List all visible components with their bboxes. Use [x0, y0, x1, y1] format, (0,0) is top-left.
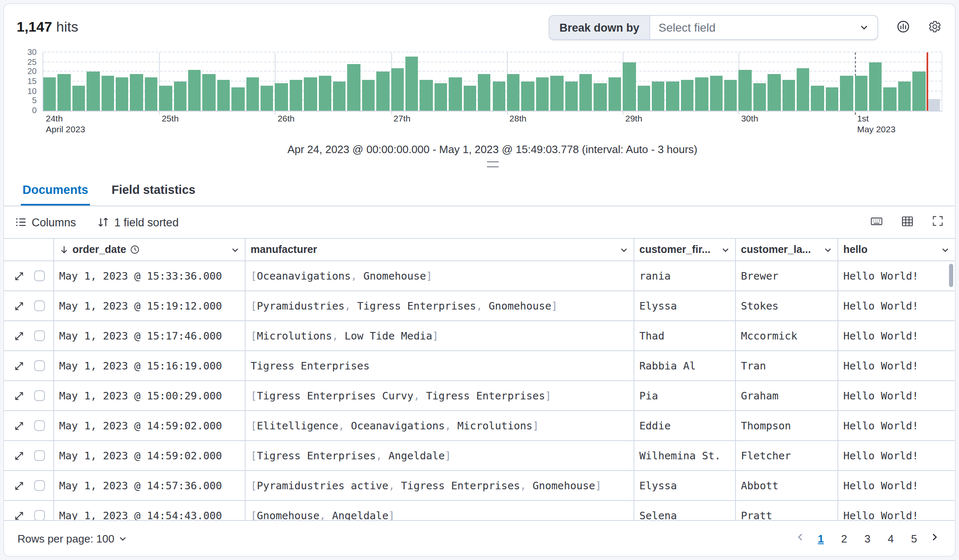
histogram-bar[interactable] — [768, 74, 780, 111]
chevron-down-icon[interactable] — [823, 245, 832, 254]
select-row-checkbox[interactable] — [34, 360, 45, 371]
histogram-bar[interactable] — [536, 78, 549, 111]
select-row-checkbox[interactable] — [34, 480, 45, 491]
histogram-bar[interactable] — [826, 87, 839, 111]
page-5-button[interactable]: 5 — [904, 528, 924, 548]
histogram-bar[interactable] — [710, 76, 723, 111]
tab-field-statistics[interactable]: Field statistics — [110, 174, 197, 206]
select-row-checkbox[interactable] — [34, 420, 45, 431]
page-4-button[interactable]: 4 — [881, 528, 901, 548]
histogram-bar[interactable] — [116, 78, 129, 111]
histogram-bar[interactable] — [318, 76, 331, 111]
histogram-bar[interactable] — [550, 76, 563, 111]
header-customer-first-name[interactable]: customer_fir... — [634, 239, 736, 260]
histogram-bar[interactable] — [58, 74, 71, 111]
next-page-button[interactable] — [927, 532, 942, 545]
expand-row-button[interactable] — [14, 331, 24, 341]
histogram-bar[interactable] — [695, 78, 708, 111]
histogram-bar[interactable] — [594, 84, 607, 111]
histogram-bar[interactable] — [101, 76, 114, 111]
histogram-bar[interactable] — [449, 78, 462, 111]
select-row-checkbox[interactable] — [34, 270, 45, 281]
histogram-bar[interactable] — [405, 56, 418, 111]
histogram-bar[interactable] — [478, 74, 491, 111]
histogram-bar[interactable] — [884, 87, 897, 111]
header-hello[interactable]: hello — [838, 239, 955, 260]
histogram-bar[interactable] — [261, 85, 273, 111]
histogram-bar[interactable] — [72, 85, 85, 111]
expand-row-button[interactable] — [14, 510, 24, 520]
display-options-button[interactable] — [901, 214, 914, 230]
histogram-bar[interactable] — [869, 62, 882, 111]
histogram-bar[interactable] — [507, 74, 520, 111]
histogram-bar[interactable] — [231, 87, 244, 111]
chart-settings-button[interactable] — [928, 20, 942, 35]
tab-documents[interactable]: Documents — [21, 174, 90, 206]
page-3-button[interactable]: 3 — [857, 528, 877, 548]
histogram-bar[interactable] — [840, 76, 853, 111]
histogram-bar[interactable] — [608, 78, 621, 111]
histogram-bar[interactable] — [304, 78, 317, 111]
histogram-bar[interactable] — [681, 79, 693, 111]
sort-fields-button[interactable]: 1 field sorted — [98, 216, 179, 228]
histogram-bar[interactable] — [739, 70, 752, 111]
histogram-bar[interactable] — [377, 72, 390, 111]
expand-row-button[interactable] — [14, 421, 24, 431]
keyboard-shortcuts-button[interactable] — [870, 214, 883, 230]
histogram-bar[interactable] — [811, 85, 824, 111]
histogram-bar[interactable] — [246, 78, 259, 111]
histogram-bar[interactable] — [348, 64, 360, 111]
histogram-bar[interactable] — [912, 72, 925, 111]
chart-options-button[interactable] — [897, 20, 910, 35]
histogram-bar[interactable] — [43, 78, 56, 111]
select-row-checkbox[interactable] — [34, 330, 45, 341]
expand-row-button[interactable] — [14, 301, 24, 311]
histogram-bar[interactable] — [87, 72, 99, 111]
histogram-bar[interactable] — [188, 70, 201, 111]
histogram-bar[interactable] — [492, 82, 505, 111]
histogram-bar[interactable] — [797, 68, 810, 111]
histogram-bar[interactable] — [898, 82, 911, 111]
header-manufacturer[interactable]: manufacturer — [246, 239, 634, 260]
select-row-checkbox[interactable] — [34, 300, 45, 311]
chevron-down-icon[interactable] — [619, 245, 629, 254]
histogram-bar[interactable] — [420, 79, 433, 111]
histogram-bar[interactable] — [623, 62, 636, 111]
histogram-bar[interactable] — [174, 82, 186, 111]
histogram-bar[interactable] — [435, 84, 447, 111]
histogram-bar[interactable] — [637, 85, 650, 111]
chevron-down-icon[interactable] — [721, 245, 730, 254]
histogram-plot[interactable]: 05101520253024thApril 202325th26th27th28… — [42, 52, 942, 112]
expand-row-button[interactable] — [14, 271, 24, 281]
histogram-bar[interactable] — [753, 84, 766, 111]
fullscreen-button[interactable] — [932, 215, 944, 230]
histogram-bar[interactable] — [130, 74, 143, 111]
histogram-bar[interactable] — [724, 79, 737, 111]
columns-button[interactable]: Columns — [15, 216, 76, 228]
expand-row-button[interactable] — [14, 361, 24, 371]
chart-resize-handle[interactable] — [487, 161, 498, 167]
histogram-bar[interactable] — [855, 76, 867, 111]
histogram-bar[interactable] — [522, 82, 534, 111]
rows-per-page-button[interactable]: Rows per page: 100 — [17, 532, 128, 545]
header-order-date[interactable]: order_date — [54, 239, 246, 260]
chevron-down-icon[interactable] — [231, 245, 240, 254]
histogram-bar[interactable] — [463, 85, 476, 111]
expand-row-button[interactable] — [14, 451, 24, 461]
select-row-checkbox[interactable] — [34, 450, 45, 461]
page-1-button[interactable]: 1 — [811, 528, 831, 548]
histogram-bar[interactable] — [290, 79, 303, 111]
header-customer-last-name[interactable]: customer_la... — [736, 239, 838, 260]
expand-row-button[interactable] — [14, 391, 24, 401]
chevron-down-icon[interactable] — [941, 245, 950, 254]
histogram-bar[interactable] — [579, 74, 592, 111]
histogram-bar[interactable] — [666, 82, 679, 111]
histogram-bar[interactable] — [145, 78, 158, 111]
table-scrollbar[interactable] — [949, 264, 953, 287]
histogram-bar[interactable] — [333, 82, 346, 111]
histogram-bar[interactable] — [275, 84, 288, 111]
page-2-button[interactable]: 2 — [834, 528, 854, 548]
histogram-bar[interactable] — [782, 79, 795, 111]
histogram-bar[interactable] — [391, 68, 404, 111]
select-row-checkbox[interactable] — [34, 510, 45, 520]
